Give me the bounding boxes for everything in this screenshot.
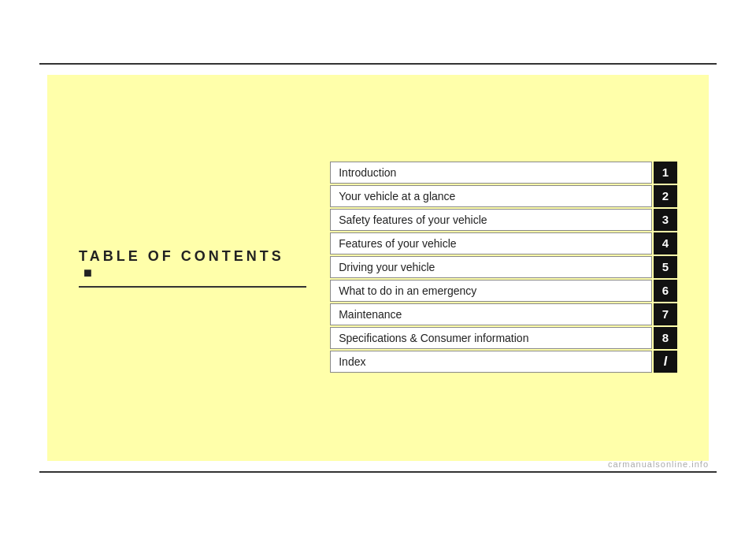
toc-item-number: 5 [654,256,677,278]
left-section: TABLE OF CONTENTS ■ [79,248,306,288]
table-row[interactable]: Safety features of your vehicle3 [330,209,677,231]
table-row[interactable]: Specifications & Consumer information8 [330,327,677,349]
toc-title-text: TABLE OF CONTENTS [79,248,284,264]
toc-list: Introduction1Your vehicle at a glance2Sa… [330,162,677,374]
table-row[interactable]: Features of your vehicle4 [330,232,677,254]
table-row[interactable]: IndexI [330,351,677,373]
page-container: TABLE OF CONTENTS ■ Introduction1Your ve… [0,0,756,535]
toc-arrow-icon: ■ [83,265,95,281]
toc-item-number: I [654,351,677,373]
toc-item-number: 4 [654,232,677,254]
watermark-text: carmanualsonline.info [608,459,709,469]
table-row[interactable]: Driving your vehicle5 [330,256,677,278]
toc-item-label: Specifications & Consumer information [330,327,652,349]
toc-item-label: Index [330,351,652,373]
bottom-divider [39,471,717,473]
toc-item-number: 6 [654,280,677,302]
content-area: TABLE OF CONTENTS ■ Introduction1Your ve… [39,63,717,473]
toc-item-label: What to do in an emergency [330,280,652,302]
toc-item-label: Maintenance [330,303,652,325]
toc-item-label: Your vehicle at a glance [330,185,652,207]
table-row[interactable]: Your vehicle at a glance2 [330,185,677,207]
toc-item-label: Safety features of your vehicle [330,209,652,231]
table-row[interactable]: What to do in an emergency6 [330,280,677,302]
toc-item-number: 2 [654,185,677,207]
top-divider [39,63,717,65]
toc-item-number: 7 [654,303,677,325]
toc-item-label: Features of your vehicle [330,232,652,254]
toc-item-number: 8 [654,327,677,349]
toc-item-label: Driving your vehicle [330,256,652,278]
table-row[interactable]: Introduction1 [330,162,677,184]
yellow-background: TABLE OF CONTENTS ■ Introduction1Your ve… [47,75,709,461]
toc-title: TABLE OF CONTENTS ■ [79,248,306,288]
toc-item-number: 1 [654,162,677,184]
table-row[interactable]: Maintenance7 [330,303,677,325]
watermark: carmanualsonline.info [608,459,709,469]
toc-item-label: Introduction [330,162,652,184]
toc-item-number: 3 [654,209,677,231]
